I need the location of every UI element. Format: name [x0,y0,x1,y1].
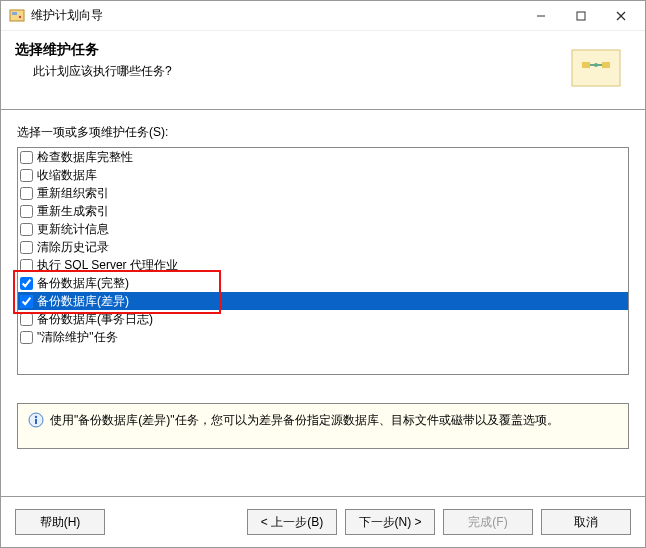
hint-panel: 使用"备份数据库(差异)"任务，您可以为差异备份指定源数据库、目标文件或磁带以及… [17,403,629,449]
help-button[interactable]: 帮助(H) [15,509,105,535]
task-item[interactable]: 更新统计信息 [18,220,628,238]
task-item[interactable]: 备份数据库(事务日志) [18,310,628,328]
task-label: 备份数据库(事务日志) [37,311,153,328]
task-label: 重新生成索引 [37,203,109,220]
wizard-footer: 帮助(H) < 上一步(B) 下一步(N) > 完成(F) 取消 [1,496,645,547]
svg-rect-8 [582,62,590,68]
task-checkbox[interactable] [20,223,33,236]
task-item[interactable]: 重新生成索引 [18,202,628,220]
header-title: 选择维护任务 [15,41,561,59]
svg-rect-1 [12,12,17,15]
header-subtitle: 此计划应该执行哪些任务? [15,63,561,80]
window-title: 维护计划向导 [31,7,521,24]
task-checkbox[interactable] [20,277,33,290]
task-item[interactable]: 备份数据库(完整) [18,274,628,292]
svg-rect-7 [572,50,620,86]
task-item[interactable]: 重新组织索引 [18,184,628,202]
header-text: 选择维护任务 此计划应该执行哪些任务? [15,41,561,97]
task-label: 更新统计信息 [37,221,109,238]
task-label: 收缩数据库 [37,167,97,184]
app-icon [9,8,25,24]
task-checkbox[interactable] [20,151,33,164]
task-item[interactable]: "清除维护"任务 [18,328,628,346]
wizard-header: 选择维护任务 此计划应该执行哪些任务? [1,31,645,110]
window-controls [521,2,641,30]
task-checkbox[interactable] [20,205,33,218]
task-item[interactable]: 收缩数据库 [18,166,628,184]
back-button[interactable]: < 上一步(B) [247,509,337,535]
task-checkbox[interactable] [20,241,33,254]
wizard-window: 维护计划向导 选择维护任务 此计划应该执行哪些任务? [0,0,646,548]
task-checkbox[interactable] [20,169,33,182]
svg-rect-4 [577,12,585,20]
task-checkbox[interactable] [20,187,33,200]
task-checkbox[interactable] [20,331,33,344]
finish-button[interactable]: 完成(F) [443,509,533,535]
task-item[interactable]: 备份数据库(差异) [18,292,628,310]
titlebar: 维护计划向导 [1,1,645,31]
task-label: 清除历史记录 [37,239,109,256]
task-item[interactable]: 清除历史记录 [18,238,628,256]
task-label: 备份数据库(差异) [37,293,129,310]
task-checkbox[interactable] [20,295,33,308]
task-item[interactable]: 检查数据库完整性 [18,148,628,166]
task-list-label: 选择一项或多项维护任务(S): [17,124,629,141]
svg-rect-0 [10,10,24,21]
task-checkbox[interactable] [20,259,33,272]
task-label: 执行 SQL Server 代理作业 [37,257,178,274]
svg-point-2 [19,15,21,17]
minimize-button[interactable] [521,2,561,30]
svg-point-11 [594,63,598,67]
task-label: 检查数据库完整性 [37,149,133,166]
svg-rect-14 [35,419,37,424]
hint-text: 使用"备份数据库(差异)"任务，您可以为差异备份指定源数据库、目标文件或磁带以及… [50,412,559,429]
cancel-button[interactable]: 取消 [541,509,631,535]
task-label: "清除维护"任务 [37,329,118,346]
content-area: 选择一项或多项维护任务(S): 检查数据库完整性收缩数据库重新组织索引重新生成索… [1,110,645,496]
next-button[interactable]: 下一步(N) > [345,509,435,535]
close-button[interactable] [601,2,641,30]
task-label: 备份数据库(完整) [37,275,129,292]
svg-point-13 [35,416,37,418]
maximize-button[interactable] [561,2,601,30]
svg-rect-9 [602,62,610,68]
task-checkbox[interactable] [20,313,33,326]
task-item[interactable]: 执行 SQL Server 代理作业 [18,256,628,274]
header-decorative-icon [561,41,631,97]
info-icon [28,412,44,428]
task-list[interactable]: 检查数据库完整性收缩数据库重新组织索引重新生成索引更新统计信息清除历史记录执行 … [17,147,629,375]
task-label: 重新组织索引 [37,185,109,202]
